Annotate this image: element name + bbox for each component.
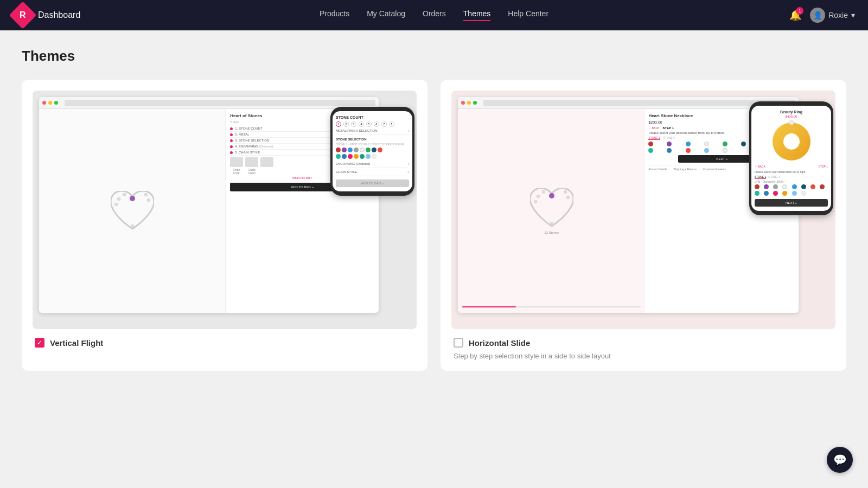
color-dot-green[interactable]: [366, 147, 371, 152]
mobile-color-8[interactable]: [820, 184, 825, 189]
count-2[interactable]: 2: [343, 121, 349, 127]
tab-product-details[interactable]: Product Details: [648, 168, 667, 171]
user-menu[interactable]: 👤 Roxie ▾: [810, 8, 855, 23]
color-dot-purple[interactable]: [342, 147, 347, 152]
mobile-back[interactable]: ← BACK: [755, 165, 765, 168]
chain-other: [260, 157, 273, 175]
navbar-right: 🔔 1 👤 Roxie ▾: [789, 8, 855, 23]
color-13[interactable]: [723, 148, 727, 153]
theme-preview-horizontal: 12 Stones Heart Stone Necklace $2: [451, 91, 835, 329]
color-3[interactable]: [686, 142, 691, 146]
mobile-color-7[interactable]: [810, 184, 815, 189]
stone-tab-1[interactable]: STONE 1: [648, 136, 660, 140]
brand[interactable]: R Dashboard: [13, 5, 80, 25]
svg-point-2: [123, 193, 126, 196]
mobile-color-13[interactable]: [792, 191, 797, 196]
theme-preview-vertical: ⬆ SHARE ↺ START OVER Heart of Stones 5 S…: [33, 91, 417, 329]
svg-point-11: [566, 196, 570, 199]
nav-catalog[interactable]: My Catalog: [367, 9, 405, 21]
mobile-color-11[interactable]: [773, 191, 778, 196]
color-2[interactable]: [667, 142, 672, 146]
color-dot-red[interactable]: [336, 147, 341, 152]
mobile-color-4[interactable]: [782, 184, 787, 189]
color-dot-gray[interactable]: [354, 147, 359, 152]
horizontal-checkbox[interactable]: [454, 338, 463, 348]
nav-themes[interactable]: Themes: [463, 9, 491, 21]
mobile-stone-tab-1[interactable]: STONE 1: [755, 175, 766, 179]
mobile-color-12[interactable]: [782, 191, 787, 196]
color-dot-darkgreen[interactable]: [360, 154, 365, 159]
count-6[interactable]: 6: [374, 121, 379, 127]
color-dot-lightblue[interactable]: [366, 154, 371, 159]
color-12[interactable]: [704, 148, 709, 153]
color-dot-orange[interactable]: [354, 154, 359, 159]
color-dot-darkblue[interactable]: [372, 147, 376, 152]
count-1[interactable]: 1: [336, 121, 341, 127]
mobile-color-1[interactable]: [755, 184, 760, 189]
stone-tab-2[interactable]: STONE 4: [663, 136, 675, 140]
horiz-left-panel: 12 Stones: [458, 109, 645, 313]
nav-help[interactable]: Help Center: [508, 9, 548, 21]
mobile-step-nav: ← BACK STEP 1: [755, 165, 828, 168]
ring-image-container: [755, 120, 828, 163]
nav-orders[interactable]: Orders: [423, 9, 446, 21]
count-5[interactable]: 5: [366, 121, 372, 127]
mobile-stone-selection-title: STONE SELECTION: [336, 136, 409, 143]
count-4[interactable]: 4: [359, 121, 364, 127]
svg-point-0: [114, 203, 118, 206]
color-6[interactable]: [741, 142, 746, 146]
color-9[interactable]: [648, 148, 653, 153]
vertical-checkbox[interactable]: ✓: [35, 338, 44, 348]
color-dot-pink[interactable]: [348, 154, 353, 159]
mobile-add-to-bag[interactable]: ADD TO BAG »: [336, 179, 409, 187]
svg-point-5: [131, 224, 134, 228]
mobile-color-9[interactable]: [755, 191, 760, 196]
color-10[interactable]: [667, 148, 672, 153]
mobile-chain-row: CHAIN STYLE+: [336, 168, 409, 176]
mobile-color-14[interactable]: [801, 191, 806, 196]
theme-card-horizontal: 12 Stones Heart Stone Necklace $2: [441, 80, 846, 371]
stone-note: STONE 1 · FIRST STONE CLOSEST TO PERSONI…: [336, 143, 409, 146]
color-1[interactable]: [648, 142, 653, 146]
nav-products[interactable]: Products: [320, 9, 349, 21]
mobile-next-btn[interactable]: NEXT »: [755, 199, 828, 207]
color-dot-lightred[interactable]: [378, 147, 382, 152]
mobile-color-2[interactable]: [764, 184, 769, 189]
tab-reviews[interactable]: Customer Reviews: [703, 168, 726, 171]
ring-image: [773, 123, 810, 160]
count-8[interactable]: 8: [389, 121, 394, 127]
color-5[interactable]: [723, 142, 727, 146]
mobile-color-3[interactable]: [773, 184, 778, 189]
main-nav: Products My Catalog Orders Themes Help C…: [320, 9, 548, 21]
color-dot-white[interactable]: [360, 147, 365, 152]
ring-hole: [783, 133, 800, 150]
mobile-color-10[interactable]: [764, 191, 769, 196]
mobile-color-6[interactable]: [801, 184, 806, 189]
svg-point-4: [147, 198, 150, 202]
notification-button[interactable]: 🔔 1: [789, 9, 801, 21]
mobile-metal-row: METAL/FINISH SELECTION+: [336, 127, 409, 135]
browser-toolbar-right: [458, 97, 799, 109]
mobile-stone-tab-2[interactable]: STONE 1: [768, 175, 780, 179]
ring-diamond: [789, 120, 794, 125]
svg-point-6: [130, 196, 135, 201]
mobile-stone-colors-1: [755, 184, 828, 189]
brand-title: Dashboard: [38, 10, 80, 20]
browser-mock-vertical: ⬆ SHARE ↺ START OVER Heart of Stones 5 S…: [39, 97, 379, 313]
mobile-color-5[interactable]: [792, 184, 797, 189]
color-11[interactable]: [686, 148, 691, 153]
color-dot-blue[interactable]: [348, 147, 353, 152]
svg-point-13: [549, 193, 554, 198]
chat-button[interactable]: 💬: [827, 447, 853, 473]
beauty-ring-title: Beauty Ring: [755, 110, 828, 114]
count-7[interactable]: 7: [381, 121, 387, 127]
tab-shipping[interactable]: Shipping + Returns: [673, 168, 697, 171]
color-dot-clear[interactable]: [372, 154, 376, 159]
count-3[interactable]: 3: [351, 121, 356, 127]
color-dot-teal[interactable]: [336, 154, 341, 159]
color-dots-row-2: [336, 154, 409, 159]
color-dot-medblue[interactable]: [342, 154, 347, 159]
browser-dot-red-r: [461, 101, 465, 105]
color-4[interactable]: [704, 142, 709, 146]
back-link[interactable]: ← BACK: [648, 126, 659, 130]
